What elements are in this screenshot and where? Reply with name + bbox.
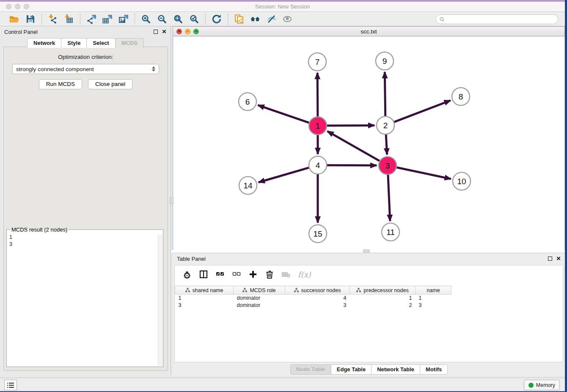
show-all-icon[interactable] (281, 14, 293, 25)
main-toolbar (0, 12, 565, 26)
export-image-icon[interactable] (118, 14, 129, 25)
column-header-successor-nodes[interactable]: successor nodes (285, 286, 350, 295)
task-history-button[interactable] (4, 380, 17, 390)
node-label-1: 1 (316, 121, 320, 130)
zoom-selected-icon[interactable] (188, 14, 200, 25)
edge-1-7[interactable] (317, 73, 318, 116)
table-cell[interactable]: dominator (234, 295, 285, 302)
column-header-MCDS-role[interactable]: MCDS role (234, 286, 285, 295)
result-scrollbar[interactable] (158, 235, 162, 366)
table-cell[interactable]: 1 (350, 295, 416, 302)
tab-network-table[interactable]: Network Table (371, 364, 420, 375)
table-cell[interactable]: 3 (175, 302, 234, 309)
apply-layout-icon[interactable] (211, 14, 223, 25)
import-table-icon[interactable] (63, 14, 75, 25)
close-table-panel-icon[interactable]: × (556, 257, 561, 261)
node-label-15: 15 (313, 229, 322, 238)
memory-status-icon (528, 383, 534, 388)
table-cell[interactable]: dominator (234, 302, 285, 309)
float-table-panel-icon[interactable] (548, 257, 552, 261)
control-panel: Control Panel × NetworkStyleSelectMCDS O… (0, 26, 171, 375)
export-table-icon[interactable] (102, 14, 113, 25)
table-cell[interactable]: 3 (285, 302, 350, 309)
tab-mcds[interactable]: MCDS (115, 38, 144, 48)
run-mcds-button[interactable]: Run MCDS (39, 79, 82, 89)
zoom-out-icon[interactable] (156, 14, 168, 25)
node-label-11: 11 (386, 228, 395, 237)
close-panel-button[interactable]: Close panel (88, 79, 132, 89)
column-header-shared-name[interactable]: shared name (175, 286, 234, 295)
edge-3-11[interactable] (388, 175, 390, 221)
table-panel-body: f(x) shared nameMCDS rolesuccessor nodes… (174, 265, 563, 362)
network-canvas[interactable]: 7968124314101511 (173, 36, 565, 250)
column-header-name[interactable]: name (416, 286, 451, 295)
function-builder-icon: f(x) (298, 270, 311, 279)
criterion-value: strongly connected component (16, 66, 94, 72)
deselect-all-icon[interactable] (232, 270, 241, 279)
first-neighbors-icon[interactable] (249, 14, 261, 25)
memory-button[interactable]: Memory (524, 380, 560, 390)
column-header-predecessor-nodes[interactable]: predecessor nodes (350, 286, 416, 295)
desktop-edge-right (565, 0, 567, 392)
tab-network[interactable]: Network (27, 38, 61, 48)
node-table[interactable]: shared nameMCDS rolesuccessor nodesprede… (175, 286, 451, 309)
mcds-result-title: MCDS result (2 nodes) (10, 226, 69, 233)
tab-motifs[interactable]: Motifs (420, 364, 448, 375)
column-type-icon (185, 288, 190, 293)
column-label: MCDS role (250, 287, 275, 293)
table-cell[interactable]: 1 (175, 295, 234, 302)
table-row[interactable]: 3dominator323 (175, 302, 451, 309)
import-network-icon[interactable] (47, 14, 59, 25)
network-view-titlebar[interactable]: ✕ − + scc.txt (173, 26, 565, 36)
tab-edge-table[interactable]: Edge Table (331, 364, 372, 375)
tab-style[interactable]: Style (61, 38, 87, 48)
node-label-6: 6 (245, 97, 250, 106)
edge-1-2[interactable] (327, 125, 374, 126)
node-label-2: 2 (383, 121, 388, 130)
search-icon (439, 17, 445, 22)
hide-selected-icon[interactable] (265, 14, 277, 25)
delete-table-icon (281, 270, 291, 279)
edge-4-14[interactable] (259, 168, 309, 182)
clone-network-icon[interactable] (233, 14, 245, 25)
horizontal-splitter-handle[interactable] (363, 249, 370, 253)
control-panel-titlebar: Control Panel × (0, 26, 171, 37)
tab-node-table[interactable]: Node Table (290, 364, 331, 375)
select-all-icon[interactable] (215, 270, 225, 279)
zoom-fit-icon[interactable] (172, 14, 184, 25)
table-mode-icon[interactable] (182, 270, 192, 279)
edge-3-10[interactable] (397, 168, 451, 179)
zoom-in-icon[interactable] (140, 14, 152, 25)
edge-1-6[interactable] (258, 105, 309, 122)
float-panel-icon[interactable] (154, 30, 158, 34)
search-input[interactable] (435, 14, 558, 24)
add-column-icon[interactable] (248, 270, 258, 279)
edge-2-3[interactable] (386, 135, 387, 155)
toolbar-group (41, 14, 80, 25)
node-label-4: 4 (316, 161, 320, 170)
close-panel-icon[interactable]: × (162, 30, 166, 34)
tab-select[interactable]: Select (86, 38, 115, 48)
network-view-window: ✕ − + scc.txt 7968124314101511 (173, 26, 565, 250)
edge-2-9[interactable] (385, 72, 385, 116)
table-cell[interactable]: 4 (285, 295, 350, 302)
table-panel-title: Table Panel (177, 256, 206, 262)
table-panel-titlebar: Table Panel × (173, 253, 565, 264)
table-cell[interactable]: 2 (350, 302, 416, 309)
node-label-7: 7 (315, 58, 320, 66)
edge-2-8[interactable] (394, 100, 451, 122)
vertical-splitter-handle[interactable] (170, 197, 173, 204)
status-bar: Memory (0, 378, 565, 391)
table-cell[interactable]: 3 (416, 302, 451, 309)
select-stepper-icon (152, 66, 155, 72)
column-panel-icon[interactable] (199, 270, 208, 279)
table-cell[interactable]: 1 (416, 295, 451, 302)
edge-3-1[interactable] (328, 131, 380, 161)
edge-4-3[interactable] (327, 165, 377, 166)
table-row[interactable]: 1dominator411 (175, 295, 451, 302)
export-network-icon[interactable] (85, 14, 97, 25)
save-session-icon[interactable] (25, 14, 36, 25)
open-session-icon[interactable] (8, 14, 20, 25)
optimization-criterion-select[interactable]: strongly connected component (12, 64, 159, 74)
delete-columns-icon[interactable] (265, 270, 274, 279)
